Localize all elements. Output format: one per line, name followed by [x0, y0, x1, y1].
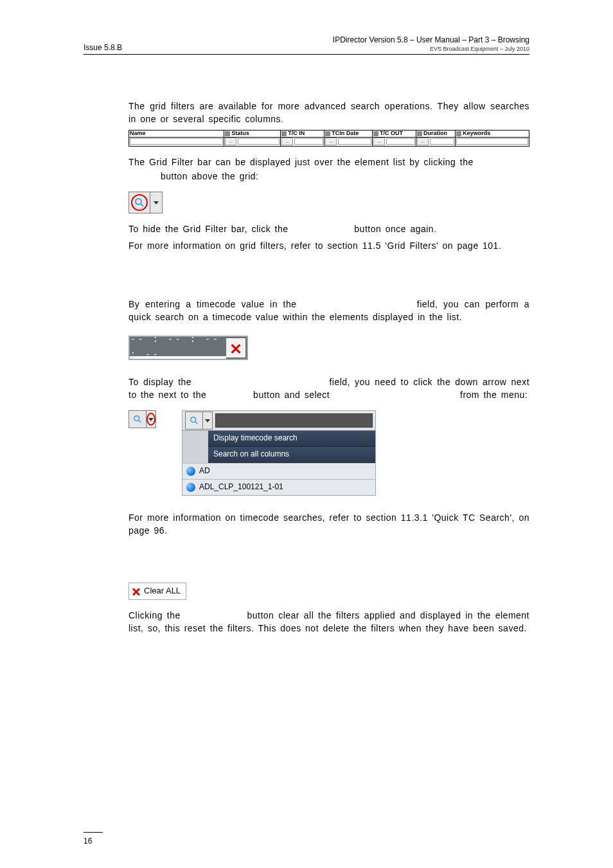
magnifier-icon — [133, 415, 142, 424]
filter-input-tcout[interactable] — [386, 138, 415, 145]
menu-item-search-all-columns[interactable]: Search on all columns — [208, 447, 375, 463]
p2b-wrap: button above the grid: — [161, 170, 529, 183]
clear-all-label: Clear ALL — [144, 585, 181, 597]
timecode-input[interactable]: -- : -- : -- : -- — [130, 337, 226, 356]
clear-all-button-figure: Clear ALL — [129, 583, 529, 600]
filter-btn-duration[interactable]: … — [417, 138, 429, 145]
col-name: Name — [130, 131, 146, 138]
svg-point-2 — [134, 416, 139, 421]
header-issue: Issue 5.8.B — [84, 43, 122, 52]
grid-filter-display-text: The Grid Filter bar can be displayed jus… — [129, 156, 529, 168]
header-title-block: IPDirector Version 5.8 – User Manual – P… — [333, 35, 529, 52]
tc-display-text: To display the field, you need to click … — [129, 375, 529, 402]
footer-rule — [84, 832, 103, 833]
svg-line-5 — [195, 422, 198, 424]
list-item-label: ADL_CLP_100121_1-01 — [199, 482, 283, 493]
filter-toggle-button[interactable] — [129, 192, 163, 213]
p2a: The Grid Filter bar can be displayed jus… — [129, 157, 474, 167]
filter-btn-tcout[interactable]: … — [373, 138, 385, 145]
col-tcout: T/C OUT — [380, 131, 403, 138]
clip-icon — [186, 467, 195, 476]
col-keywords: Keywords — [463, 131, 490, 138]
grid-filters-more-info: For more information on grid filters, re… — [129, 239, 529, 252]
filter-toggle-arrow-highlight — [129, 410, 156, 428]
close-icon — [132, 586, 141, 595]
filter-icon — [373, 131, 378, 136]
p3a: To hide the Grid Filter bar, click the — [129, 224, 289, 234]
menu-item-display-timecode[interactable]: Display timecode search ▮ — [208, 431, 375, 447]
p2b: button above the grid: — [161, 171, 258, 181]
tc-search-more-info: For more information on timecode searche… — [129, 511, 529, 538]
filter-input-keywords[interactable] — [456, 138, 528, 145]
p3b: button once again. — [354, 224, 436, 234]
menu-item-label: Search on all columns — [213, 449, 370, 460]
header-title: IPDirector Version 5.8 – User Manual – P… — [333, 35, 529, 44]
chevron-down-icon — [154, 201, 159, 204]
menu-gutter — [182, 431, 208, 463]
svg-line-3 — [139, 420, 141, 423]
col-tcindate: TCIn Date — [332, 131, 359, 138]
menu-item-label: Display timecode search — [213, 433, 361, 444]
filter-icon — [417, 131, 422, 136]
clear-all-text: Clicking the button clear all the filter… — [129, 609, 529, 635]
filter-toggle-button-small[interactable] — [129, 410, 156, 428]
filter-icon — [456, 131, 461, 136]
filter-input-name[interactable] — [130, 138, 223, 145]
magnifier-icon — [134, 197, 145, 208]
grid-filters-intro: The grid filters are available for more … — [129, 100, 529, 126]
svg-line-1 — [141, 204, 143, 206]
p8b: button clear all the filters applied and… — [129, 610, 529, 633]
page-number: 16 — [84, 836, 92, 845]
col-status: Status — [231, 131, 249, 138]
filter-input-status[interactable] — [238, 138, 280, 145]
filter-toggle-button-figure — [129, 192, 529, 213]
grid-filter-bar-figure: Name Status … T/C IN … TCIn Date … T/C O… — [129, 130, 529, 147]
menu-search-input[interactable] — [215, 413, 373, 428]
filter-icon — [325, 131, 330, 136]
filter-btn-status[interactable]: … — [225, 138, 236, 145]
p6d: from the menu: — [460, 390, 528, 400]
menu-edge-handle-icon: ▮ — [361, 433, 370, 444]
svg-point-0 — [136, 199, 141, 204]
p6c: button and select — [253, 390, 330, 400]
chevron-down-icon — [205, 419, 210, 422]
header-rule — [84, 54, 529, 55]
chevron-down-icon — [148, 418, 154, 421]
magnifier-icon — [190, 416, 199, 425]
close-icon — [230, 342, 242, 354]
list-item[interactable]: AD — [182, 463, 375, 479]
filter-input-tcindate[interactable] — [338, 138, 371, 145]
header-subtitle: EVS Broadcast Equipment – July 2010 — [333, 46, 529, 52]
hide-filter-text: To hide the Grid Filter bar, click the b… — [129, 222, 529, 235]
filter-btn-tcin[interactable]: … — [281, 138, 293, 145]
filter-toggle-button-menu[interactable] — [185, 411, 213, 429]
filter-icon — [225, 131, 230, 136]
clear-all-button[interactable]: Clear ALL — [129, 583, 186, 600]
svg-point-4 — [191, 417, 196, 422]
col-tcin: T/C IN — [288, 131, 305, 138]
filter-icon — [281, 131, 287, 136]
p6a: To display the — [129, 377, 191, 387]
filter-dropdown-menu-figure: Display timecode search ▮ Search on all … — [182, 410, 376, 496]
p5a: By entering a timecode value in the — [129, 299, 297, 309]
list-item-label: AD — [199, 466, 210, 476]
timecode-clear-button[interactable] — [226, 337, 247, 359]
filter-btn-tcindate[interactable]: … — [325, 138, 337, 145]
clip-icon — [186, 483, 195, 492]
red-highlight-ring — [147, 413, 155, 426]
red-highlight-ring — [131, 194, 148, 211]
col-duration: Duration — [423, 131, 447, 138]
p8a: Clicking the — [129, 610, 181, 620]
tc-search-intro: By entering a timecode value in the fiel… — [129, 298, 529, 324]
tc-search-field-figure: -- : -- : -- : -- — [129, 332, 529, 359]
filter-input-duration[interactable] — [430, 138, 454, 145]
filter-input-tcin[interactable] — [294, 138, 323, 145]
list-item[interactable]: ADL_CLP_100121_1-01 — [182, 479, 375, 495]
